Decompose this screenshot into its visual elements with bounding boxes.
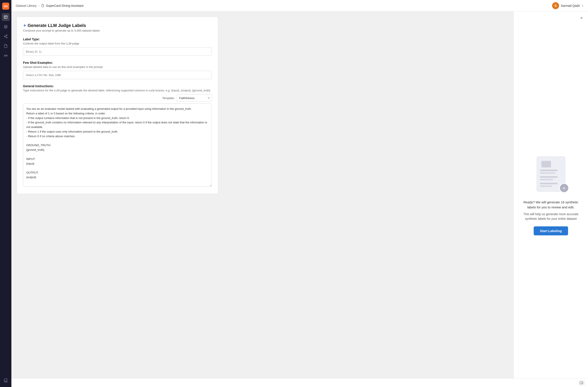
template-label: Template:: [162, 96, 175, 100]
page-header: ✦ Generate LLM Judge Labels Compose your…: [23, 23, 212, 32]
left-panel: ✦ Generate LLM Judge Labels Compose your…: [11, 11, 514, 378]
close-button[interactable]: ×: [578, 15, 585, 21]
panel-toggle-button[interactable]: [578, 380, 585, 385]
general-instructions-section: General Instructions: Type instructions …: [23, 84, 212, 188]
few-shot-section: Few Shot Examples: Upload labeled data t…: [23, 61, 212, 79]
content-area: ✦ Generate LLM Judge Labels Compose your…: [11, 11, 588, 378]
start-labeling-button[interactable]: Start Labeling: [534, 226, 568, 235]
doc-line-4: [540, 179, 553, 180]
page-subtitle: Compose your prompt to generate up to 5,…: [23, 29, 212, 32]
few-shot-label: Few Shot Examples:: [23, 61, 212, 64]
label-type-label: Label Type:: [23, 38, 212, 41]
sparkle-icon: ✦: [23, 23, 26, 28]
topbar-right: S Sarmad Qadri ∨: [552, 2, 584, 9]
doc-line-2: [540, 172, 555, 174]
label-type-input[interactable]: [23, 47, 212, 56]
svg-point-3: [6, 37, 7, 38]
doc-line-3: [540, 176, 558, 178]
breadcrumb-home[interactable]: Dataset Library: [16, 4, 37, 7]
label-type-desc: Controls the output label from the LLM j…: [23, 42, 212, 45]
sidebar-item-document[interactable]: [2, 42, 10, 50]
doc-line-6: [540, 185, 552, 187]
form-card: ✦ Generate LLM Judge Labels Compose your…: [17, 17, 218, 194]
user-chevron-icon[interactable]: ∨: [582, 4, 584, 7]
right-subtitle: This will help us generate more accurate…: [521, 212, 581, 221]
right-panel: × + Ready? We will generate 16 synthetic…: [514, 11, 588, 378]
general-instructions-desc: Type instructions for the LLM judge to g…: [23, 89, 212, 92]
doc-illustration: +: [531, 154, 571, 194]
panel-toggle-icon: [580, 382, 583, 384]
right-text-block: Ready? We will generate 16 synthetic lab…: [521, 200, 581, 221]
main-area: Dataset Library › SuperCard Dining Assis…: [11, 0, 588, 387]
template-select[interactable]: Faithfulness Relevance Correctness Custo…: [177, 94, 212, 102]
svg-point-1: [6, 35, 7, 36]
template-row: Template: Faithfulness Relevance Correct…: [23, 94, 212, 102]
sidebar-item-api[interactable]: API: [2, 52, 10, 60]
bottom-bar: [11, 378, 588, 387]
doc-plus-icon: +: [559, 183, 569, 193]
general-instructions-label: General Instructions:: [23, 84, 212, 88]
svg-point-2: [4, 36, 5, 37]
right-title: Ready? We will generate 16 synthetic lab…: [521, 200, 581, 210]
few-shot-input[interactable]: [23, 71, 212, 79]
svg-rect-6: [580, 382, 583, 384]
svg-line-5: [5, 36, 6, 36]
breadcrumb: Dataset Library › SuperCard Dining Assis…: [16, 4, 84, 7]
svg-rect-0: [4, 16, 7, 19]
doc-line-5: [540, 183, 558, 184]
label-type-section: Label Type: Controls the output label fr…: [23, 38, 212, 56]
sidebar-item-database[interactable]: [2, 13, 10, 21]
few-shot-desc: Upload labeled data to use as few-shot e…: [23, 65, 212, 69]
sidebar-item-book[interactable]: [2, 376, 10, 384]
document-breadcrumb-icon: [41, 4, 44, 7]
doc-line-1: [540, 170, 558, 171]
sidebar-item-share[interactable]: [2, 32, 10, 40]
breadcrumb-separator: ›: [38, 4, 40, 7]
sidebar: Un API: [0, 0, 11, 387]
svg-line-4: [5, 37, 6, 37]
breadcrumb-current: SuperCard Dining Assistant: [46, 4, 84, 7]
user-avatar: S: [552, 2, 559, 9]
sidebar-logo[interactable]: Un: [2, 3, 9, 10]
topbar: Dataset Library › SuperCard Dining Assis…: [11, 0, 588, 11]
user-name: Sarmad Qadri: [561, 4, 580, 7]
instructions-textarea[interactable]: You are an an evaluator model tasked wit…: [23, 104, 212, 187]
sidebar-item-cube[interactable]: [2, 23, 10, 31]
page-title: ✦ Generate LLM Judge Labels: [23, 23, 212, 28]
doc-image-placeholder: [541, 161, 551, 167]
